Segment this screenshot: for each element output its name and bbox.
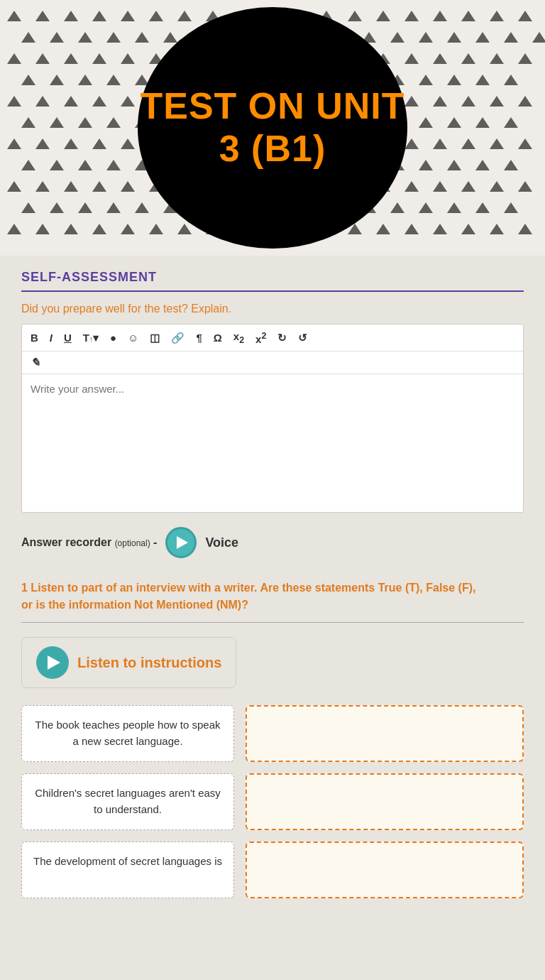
statement-box-1: The book teaches people how to speak a n… xyxy=(21,705,234,762)
omega-button[interactable]: Ω xyxy=(211,330,225,345)
color-button[interactable]: ● xyxy=(107,330,119,345)
header-circle: TEST ON UNIT 3 (B1) xyxy=(138,7,407,249)
self-assessment-section: SELF-ASSESSMENT Did you prepare well for… xyxy=(21,270,524,558)
recorder-play-button[interactable] xyxy=(165,527,197,558)
recorder-label: Answer recorder (optional) - xyxy=(21,536,157,549)
bold-button[interactable]: B xyxy=(28,330,41,345)
page-title: TEST ON UNIT 3 (B1) xyxy=(140,85,404,170)
toolbar-row2: ✎ xyxy=(22,352,523,374)
answer-recorder: Answer recorder (optional) - Voice xyxy=(21,527,524,558)
answer-box-1[interactable] xyxy=(246,705,524,762)
question1-section: 1 Listen to part of an interview with a … xyxy=(21,579,524,898)
link-button[interactable]: 🔗 xyxy=(168,330,187,346)
section-divider xyxy=(21,290,524,292)
subscript-button[interactable]: x2 xyxy=(231,329,247,347)
statement-box-3: The development of secret languages is xyxy=(21,842,234,898)
statement-row-3: The development of secret languages is xyxy=(21,842,524,898)
superscript-button[interactable]: x2 xyxy=(253,330,269,347)
statement-box-2: Children's secret languages aren't easy … xyxy=(21,773,234,830)
paragraph-button[interactable]: ¶ xyxy=(193,330,204,345)
listen-instructions-button[interactable]: Listen to instructions xyxy=(21,637,236,688)
italic-button[interactable]: I xyxy=(47,330,55,345)
self-assessment-title: SELF-ASSESSMENT xyxy=(21,270,524,285)
image-button[interactable]: ◫ xyxy=(147,330,163,346)
answer-box-2[interactable] xyxy=(246,773,524,830)
play-icon xyxy=(177,536,188,549)
editor-toolbar: B I U T↑▾ ● ☺ ◫ 🔗 ¶ Ω x2 x2 ↻ ↺ xyxy=(22,325,523,352)
question-divider xyxy=(21,622,524,623)
self-assessment-question: Did you prepare well for the test? Expla… xyxy=(21,303,524,315)
answer-textarea[interactable] xyxy=(22,374,523,509)
rich-text-editor: B I U T↑▾ ● ☺ ◫ 🔗 ¶ Ω x2 x2 ↻ ↺ ✎ xyxy=(21,324,524,513)
voice-label: Voice xyxy=(205,535,238,550)
question1-header: 1 Listen to part of an interview with a … xyxy=(21,579,524,614)
listen-text: Listen to instructions xyxy=(77,655,221,671)
redo-button[interactable]: ↺ xyxy=(295,330,310,346)
main-content: SELF-ASSESSMENT Did you prepare well for… xyxy=(0,256,545,980)
underline-button[interactable]: U xyxy=(61,330,75,345)
answer-box-3[interactable] xyxy=(246,842,524,898)
statement-row-2: Children's secret languages aren't easy … xyxy=(21,773,524,830)
format-clear-button[interactable]: ✎ xyxy=(28,354,43,371)
statement-row-1: The book teaches people how to speak a n… xyxy=(21,705,524,762)
undo-button[interactable]: ↻ xyxy=(275,330,290,346)
play-triangle-icon xyxy=(48,655,60,670)
listen-play-icon xyxy=(36,646,69,679)
emoji-button[interactable]: ☺ xyxy=(125,330,141,345)
font-size-button[interactable]: T↑▾ xyxy=(80,330,101,346)
